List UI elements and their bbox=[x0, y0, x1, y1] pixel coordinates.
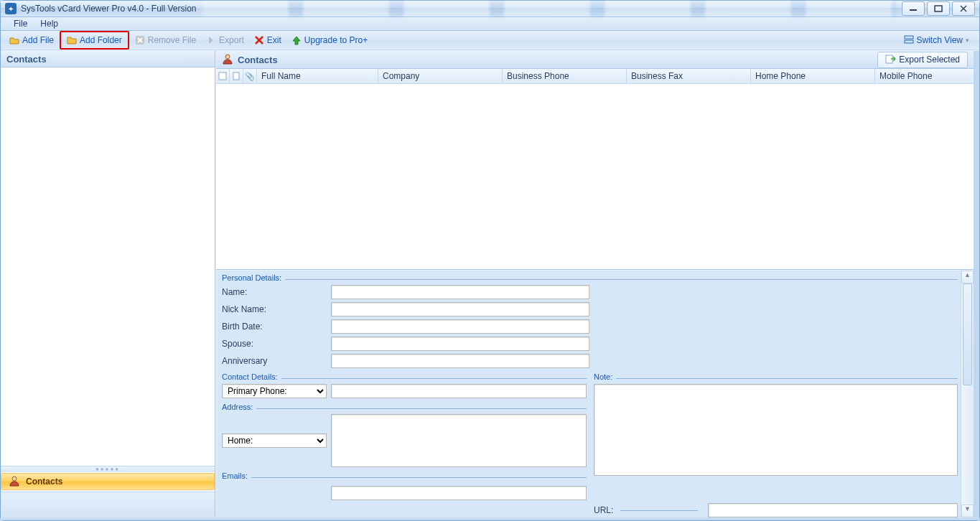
legend-contact: Contact Details: bbox=[222, 372, 281, 381]
menu-file[interactable]: File bbox=[8, 17, 33, 30]
close-icon bbox=[959, 5, 968, 12]
remove-file-button[interactable]: Remove File bbox=[131, 32, 200, 48]
folder-icon bbox=[67, 35, 77, 45]
export-selected-button[interactable]: Export Selected bbox=[877, 52, 968, 68]
nav-contacts-label: Contacts bbox=[26, 477, 62, 487]
legend-personal: Personal Details: bbox=[222, 273, 285, 282]
col-company[interactable]: Company bbox=[378, 69, 503, 83]
col-item-icon[interactable] bbox=[230, 69, 243, 83]
add-folder-label: Add Folder bbox=[80, 35, 122, 45]
legend-url: URL: bbox=[594, 505, 616, 515]
paperclip-icon: 📎 bbox=[245, 72, 255, 81]
client-area: Contacts ●●●●● Contacts Contacts bbox=[1, 50, 979, 517]
exit-icon bbox=[254, 35, 264, 45]
grid-body[interactable] bbox=[216, 84, 974, 270]
input-primary-phone[interactable] bbox=[331, 384, 587, 398]
nav-contacts[interactable]: Contacts bbox=[1, 473, 215, 490]
person-icon bbox=[9, 475, 20, 489]
close-button[interactable] bbox=[952, 1, 975, 16]
app-window: ✦ SysTools vCard Viewer Pro v4.0 - Full … bbox=[0, 0, 980, 521]
col-attachment[interactable]: 📎 bbox=[243, 69, 257, 83]
label-name: Name: bbox=[222, 287, 327, 297]
svg-rect-14 bbox=[219, 72, 226, 80]
upgrade-label: Upgrade to Pro+ bbox=[304, 35, 368, 45]
svg-rect-0 bbox=[910, 9, 917, 11]
legend-address: Address: bbox=[222, 403, 256, 411]
menu-help[interactable]: Help bbox=[34, 17, 64, 30]
details-inner: Personal Details: Name: Nick Name: bbox=[216, 271, 961, 517]
remove-file-label: Remove File bbox=[148, 35, 196, 45]
left-nav: Contacts bbox=[1, 471, 215, 517]
select-address-type[interactable]: Home: bbox=[222, 433, 327, 448]
page-icon bbox=[232, 72, 241, 80]
group-address: Address: Home: bbox=[222, 405, 587, 470]
add-file-label: Add File bbox=[22, 35, 54, 45]
nav-empty-area bbox=[1, 492, 215, 517]
svg-point-12 bbox=[225, 55, 230, 59]
input-nick-name[interactable] bbox=[331, 302, 589, 316]
minimize-button[interactable] bbox=[902, 1, 925, 16]
right-pane-header: Contacts Export Selected bbox=[216, 51, 974, 69]
right-pane-title: Contacts bbox=[238, 55, 278, 65]
label-nick-name: Nick Name: bbox=[222, 304, 327, 314]
url-line bbox=[620, 510, 698, 511]
textarea-note[interactable] bbox=[594, 384, 958, 476]
scroll-down-icon[interactable]: ▼ bbox=[961, 504, 974, 517]
input-anniversary[interactable] bbox=[331, 354, 589, 368]
export-selected-icon bbox=[885, 54, 895, 66]
group-personal: Personal Details: Name: Nick Name: bbox=[222, 276, 958, 371]
input-birth-date[interactable] bbox=[331, 319, 589, 334]
textarea-address[interactable] bbox=[331, 414, 587, 467]
folder-open-icon bbox=[9, 35, 19, 45]
window-control-group bbox=[902, 1, 975, 16]
group-url: URL: bbox=[594, 503, 958, 517]
maximize-button[interactable] bbox=[927, 1, 950, 16]
svg-rect-15 bbox=[233, 72, 239, 80]
checkbox-icon bbox=[218, 72, 227, 80]
col-checkbox[interactable] bbox=[216, 69, 230, 83]
input-url[interactable] bbox=[708, 503, 958, 517]
grid-columns: 📎 Full Name Company Business Phone Busin… bbox=[216, 69, 974, 84]
left-pane: Contacts ●●●●● Contacts bbox=[1, 51, 215, 517]
minimize-icon bbox=[909, 6, 918, 11]
switch-view-button[interactable]: Switch View ▾ bbox=[898, 34, 975, 47]
menubar: File Help bbox=[1, 17, 979, 31]
background-tabs-blur bbox=[202, 1, 896, 17]
switch-view-icon bbox=[904, 34, 914, 47]
legend-emails: Emails: bbox=[222, 471, 251, 480]
legend-note: Note: bbox=[594, 372, 616, 381]
left-pane-header: Contacts bbox=[1, 51, 215, 67]
export-button[interactable]: Export bbox=[202, 32, 248, 48]
maximize-icon bbox=[934, 5, 943, 12]
scroll-thumb[interactable] bbox=[963, 283, 972, 385]
contacts-header-icon bbox=[222, 53, 233, 67]
upgrade-button[interactable]: Upgrade to Pro+ bbox=[287, 32, 372, 48]
svg-point-11 bbox=[12, 477, 17, 481]
scroll-up-icon[interactable]: ▲ bbox=[961, 271, 974, 283]
upgrade-arrow-icon bbox=[291, 35, 302, 45]
details-scrollbar[interactable]: ▲ ▼ bbox=[961, 271, 974, 517]
export-arrow-icon bbox=[206, 35, 216, 45]
add-file-button[interactable]: Add File bbox=[5, 32, 58, 48]
label-anniversary: Anniversary bbox=[222, 356, 327, 366]
select-primary-phone[interactable]: Primary Phone: bbox=[222, 384, 327, 398]
input-spouse[interactable] bbox=[331, 337, 589, 351]
switch-view-label: Switch View bbox=[917, 35, 963, 45]
input-email[interactable] bbox=[331, 486, 587, 500]
export-label: Export bbox=[219, 35, 244, 45]
exit-button[interactable]: Exit bbox=[250, 32, 286, 48]
col-home-phone[interactable]: Home Phone bbox=[751, 69, 875, 83]
col-business-phone[interactable]: Business Phone bbox=[503, 69, 627, 83]
col-full-name[interactable]: Full Name bbox=[257, 69, 378, 83]
chevron-down-icon: ▾ bbox=[966, 37, 969, 44]
folder-tree[interactable] bbox=[1, 67, 215, 466]
col-business-fax[interactable]: Business Fax bbox=[627, 69, 751, 83]
input-name[interactable] bbox=[331, 285, 589, 299]
add-folder-button[interactable]: Add Folder bbox=[62, 32, 126, 48]
label-birth-date: Birth Date: bbox=[222, 321, 327, 332]
exit-label: Exit bbox=[267, 35, 281, 45]
toolbar: Add File Add Folder Remove File Export bbox=[1, 31, 979, 50]
export-selected-label: Export Selected bbox=[899, 55, 960, 65]
col-mobile-phone[interactable]: Mobile Phone bbox=[875, 69, 974, 83]
left-splitter[interactable]: ●●●●● bbox=[1, 466, 215, 471]
